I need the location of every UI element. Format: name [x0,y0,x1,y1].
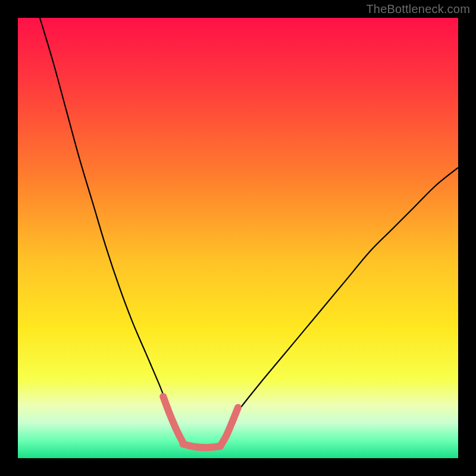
plot-background [18,18,458,458]
chart-stage: TheBottleneck.com [0,0,476,476]
bottleneck-chart [0,0,476,476]
series-bottom-highlight [183,444,221,447]
watermark-text: TheBottleneck.com [366,2,470,16]
